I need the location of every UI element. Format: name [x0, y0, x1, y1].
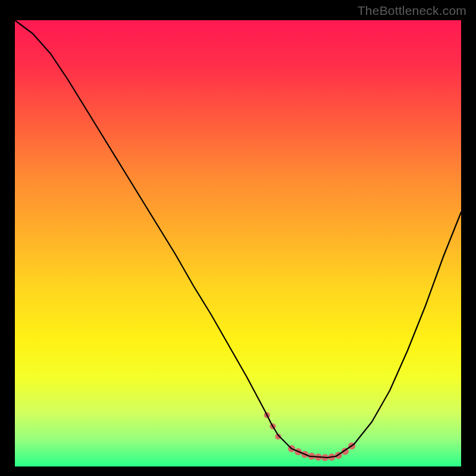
attribution-label: TheBottleneck.com [358, 4, 466, 18]
plot-area [15, 20, 461, 466]
bottleneck-chart [15, 20, 461, 466]
gradient-background [15, 20, 461, 466]
chart-container: TheBottleneck.com [0, 0, 476, 476]
